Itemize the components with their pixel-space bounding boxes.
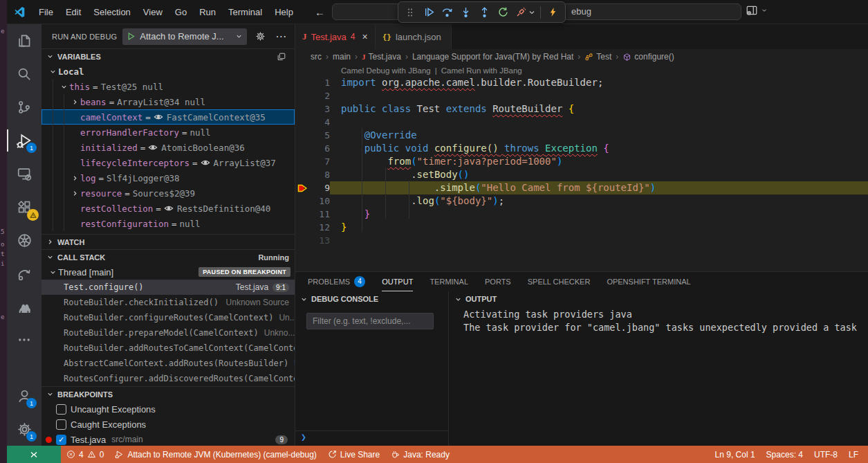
activity-search-icon[interactable] xyxy=(7,57,41,91)
chevron-right-icon[interactable] xyxy=(69,188,80,199)
chevron-right-icon[interactable] xyxy=(69,96,80,107)
chevron-down-icon[interactable] xyxy=(58,81,69,92)
eol-status[interactable]: LF xyxy=(843,450,868,460)
breadcrumb-item[interactable]: configure() xyxy=(622,52,674,62)
variable-row[interactable]: initialized=AtomicBoolean@36 xyxy=(41,140,295,155)
code-line[interactable]: 8 .setBody() xyxy=(295,168,868,181)
breakpoint-row[interactable]: Uncaught Exceptions xyxy=(41,401,295,417)
variable-row[interactable]: log=Slf4jLogger@38 xyxy=(41,170,295,185)
panel-tab-problems[interactable]: PROBLEMS4 xyxy=(308,272,365,291)
code-line[interactable]: 7 from("timer:java?period=1000") xyxy=(295,155,868,168)
debug-session-status[interactable]: Attach to Remote JVM (Kubernetes) (camel… xyxy=(109,446,322,463)
variables-section-header[interactable]: VARIABLES xyxy=(41,48,295,64)
nav-back-icon[interactable]: ← xyxy=(315,6,325,18)
breakpoints-section-header[interactable]: BREAKPOINTS xyxy=(41,386,295,401)
menu-run[interactable]: Run xyxy=(193,4,222,20)
code-line[interactable]: 5 @Override xyxy=(295,129,868,142)
breadcrumb-item[interactable]: Test xyxy=(584,52,611,62)
code-editor[interactable]: Camel Debug with JBang|Camel Run with JB… xyxy=(295,64,868,271)
activity-more-icon[interactable] xyxy=(7,323,41,356)
indentation-status[interactable]: Spaces: 4 xyxy=(761,450,809,460)
restart-icon[interactable] xyxy=(495,4,511,21)
menu-edit[interactable]: Edit xyxy=(59,4,87,20)
code-line[interactable]: 10 .log("${body}"); xyxy=(295,194,868,208)
debug-config-dropdown[interactable]: Attach to Remote J... xyxy=(122,28,247,45)
menu-terminal[interactable]: Terminal xyxy=(222,4,268,20)
continue-icon[interactable] xyxy=(421,4,437,21)
panel-tab-output[interactable]: OUTPUT xyxy=(382,272,413,291)
code-line[interactable]: 2 xyxy=(295,89,868,102)
step-out-icon[interactable] xyxy=(477,4,492,21)
variable-row[interactable]: errorHandlerFactory=null xyxy=(41,125,295,140)
stack-frame-row[interactable]: RouteBuilder.configureRoutes(CamelContex… xyxy=(41,310,295,325)
hot-code-replace-icon[interactable] xyxy=(545,4,561,21)
breakpoint-checkbox[interactable]: ✓ xyxy=(56,435,66,445)
close-icon[interactable]: × xyxy=(362,31,368,42)
stack-frame-row[interactable]: RouteBuilder.prepareModel(CamelContext)U… xyxy=(41,325,295,341)
live-share-status[interactable]: Live Share xyxy=(322,446,385,463)
collapse-all-icon[interactable] xyxy=(274,49,289,64)
breadcrumb-item[interactable]: main xyxy=(333,52,351,62)
tab-test-java[interactable]: JTest.java4× xyxy=(295,24,376,49)
variable-row[interactable]: restCollection=RestsDefinition@40 xyxy=(41,201,295,216)
breakpoint-row[interactable]: Caught Exceptions xyxy=(41,417,295,432)
output-header[interactable]: OUTPUT xyxy=(450,291,868,307)
activity-explorer-icon[interactable] xyxy=(7,24,41,57)
breakpoint-checkbox[interactable] xyxy=(56,404,66,415)
variable-row[interactable]: lifecycleInterceptors=ArrayList@37 xyxy=(41,155,295,170)
step-over-icon[interactable] xyxy=(440,4,456,21)
cursor-position[interactable]: Ln 9, Col 1 xyxy=(710,450,761,460)
panel-tab-spell-checker[interactable]: SPELL CHECKER xyxy=(528,272,591,291)
panel-tab-ports[interactable]: PORTS xyxy=(485,272,511,291)
stack-frame-row[interactable]: AbstractCamelContext.addRoutes(RoutesBui… xyxy=(41,356,295,371)
debug-console-filter-input[interactable] xyxy=(306,313,434,329)
activity-camel-icon[interactable] xyxy=(7,290,41,323)
variable-row[interactable]: beans=ArrayList@34 null xyxy=(41,94,295,109)
code-line[interactable]: 1import org.apache.camel.builder.RouteBu… xyxy=(295,76,868,89)
chevron-right-icon[interactable] xyxy=(69,172,80,183)
more-actions-icon[interactable]: ⋯ xyxy=(273,29,288,44)
breadcrumb-item[interactable]: Language Support for Java(TM) by Red Hat xyxy=(412,52,573,62)
eye-icon[interactable] xyxy=(201,158,210,167)
chevron-down-icon[interactable] xyxy=(47,66,58,77)
code-line[interactable]: 11 } xyxy=(295,208,868,221)
code-line[interactable]: 9 .simple("Hello Camel from ${routeId}") xyxy=(295,181,868,194)
debug-console-header[interactable]: DEBUG CONSOLE xyxy=(295,291,448,307)
codelens-link[interactable]: Camel Run with JBang xyxy=(441,66,522,75)
stack-frame-row[interactable]: Test.configure()Test.java9:1 xyxy=(41,280,295,295)
chevron-down-icon[interactable] xyxy=(528,4,536,21)
menu-file[interactable]: File xyxy=(33,4,59,20)
menu-view[interactable]: View xyxy=(137,4,169,20)
watch-section-header[interactable]: WATCH xyxy=(41,234,295,249)
remote-indicator[interactable] xyxy=(7,446,61,463)
eye-icon[interactable] xyxy=(148,143,158,152)
step-into-icon[interactable] xyxy=(458,4,474,21)
codelens-link[interactable]: Camel Debug with JBang xyxy=(341,66,431,75)
activity-source-control-icon[interactable] xyxy=(7,91,41,124)
eye-icon[interactable] xyxy=(154,112,163,122)
tab-launch-json[interactable]: {}launch.json xyxy=(376,24,452,49)
disconnect-icon[interactable] xyxy=(514,4,530,21)
activity-kubernetes-icon[interactable] xyxy=(7,224,41,257)
breakpoint-checkbox[interactable] xyxy=(56,419,66,430)
variable-row[interactable]: this=Test@25 null xyxy=(41,79,295,94)
eye-icon[interactable] xyxy=(164,203,174,213)
variable-row[interactable]: camelContext=FastCamelContext@35 xyxy=(41,109,295,125)
variable-row[interactable]: Local xyxy=(41,64,295,79)
panel-tab-openshift-terminal[interactable]: OPENSHIFT TERMINAL xyxy=(607,272,690,291)
problems-status[interactable]: 4 0 xyxy=(61,446,109,463)
thread-row[interactable]: Thread [main] PAUSED ON BREAKPOINT xyxy=(41,264,295,280)
code-line[interactable]: 13 xyxy=(295,234,868,247)
java-status[interactable]: Java: Ready xyxy=(385,446,455,463)
breadcrumb-item[interactable]: src xyxy=(311,52,322,62)
menu-go[interactable]: Go xyxy=(169,4,193,20)
customize-layout-button[interactable] xyxy=(746,4,768,17)
stack-frame-row[interactable]: RouteBuilder.checkInitialized()Unknown S… xyxy=(41,295,295,310)
variable-row[interactable]: resource=Sources$2@39 xyxy=(41,185,295,201)
stack-frame-row[interactable]: RoutesConfigurer.addDiscoveredRoutes(Cam… xyxy=(41,371,295,386)
activity-extensions-icon[interactable] xyxy=(7,190,41,224)
activity-remote-explorer-icon[interactable] xyxy=(7,157,41,190)
activity-accounts-icon[interactable]: 1 xyxy=(7,379,41,412)
stack-frame-row[interactable]: RouteBuilder.addRoutesToCamelContext(Cam… xyxy=(41,341,295,356)
debug-console-prompt[interactable]: ❯ xyxy=(295,430,448,443)
